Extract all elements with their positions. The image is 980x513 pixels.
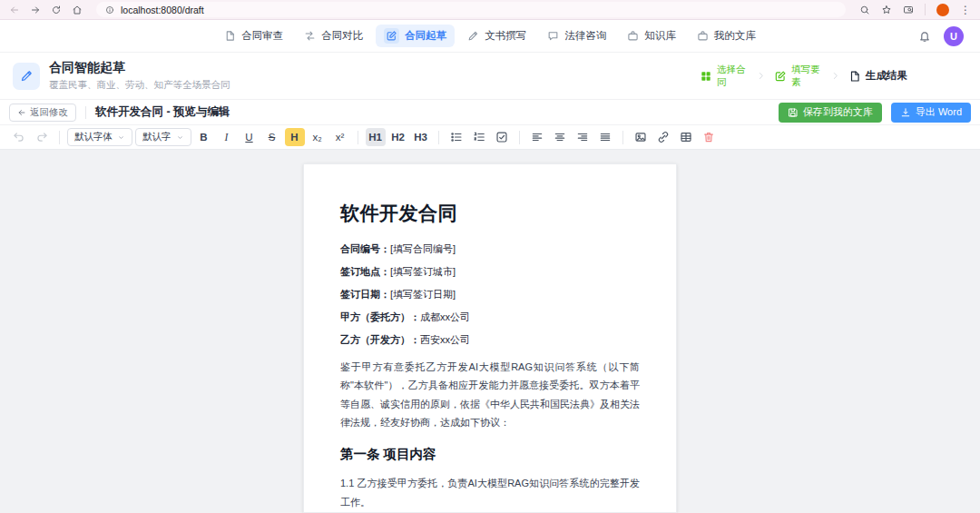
align-center-icon bbox=[554, 131, 566, 143]
contract-party-a: 甲方（委托方）：成都xx公司 bbox=[340, 311, 640, 324]
tab-document-writing[interactable]: 文书撰写 bbox=[459, 25, 534, 47]
tab-knowledge-base[interactable]: 知识库 bbox=[619, 25, 684, 47]
tab-label: 我的文库 bbox=[714, 29, 756, 43]
browser-menu-icon[interactable]: ⋮ bbox=[960, 5, 971, 15]
contract-meta-date: 签订日期：[填写签订日期] bbox=[340, 288, 640, 301]
browser-forward-icon[interactable] bbox=[30, 5, 41, 15]
heading2-button[interactable]: H2 bbox=[388, 128, 408, 146]
superscript-button[interactable]: x² bbox=[330, 128, 350, 146]
align-right-button[interactable] bbox=[573, 128, 593, 146]
tab-label: 合同对比 bbox=[321, 29, 363, 43]
chevron-right-icon bbox=[830, 71, 840, 81]
page-subtitle: 覆盖民事、商业、劳动、知产等全场景合同 bbox=[49, 79, 230, 92]
undo-icon bbox=[13, 131, 25, 143]
step-label: 生成结果 bbox=[866, 69, 907, 82]
delete-button[interactable] bbox=[699, 128, 719, 146]
bold-button[interactable]: B bbox=[194, 128, 214, 146]
insert-image-button[interactable] bbox=[631, 128, 651, 146]
address-bar[interactable]: localhost:8080/draft bbox=[96, 2, 846, 17]
italic-button[interactable]: I bbox=[217, 128, 237, 146]
tab-contract-draft[interactable]: 合同起草 bbox=[376, 25, 455, 47]
document-page[interactable]: 软件开发合同 合同编号：[填写合同编号] 签订地点：[填写签订城市] 签订日期：… bbox=[303, 163, 677, 513]
step-select-contract[interactable]: 选择合同 bbox=[700, 64, 748, 87]
meta-label: 签订日期： bbox=[340, 289, 390, 300]
tab-search-icon[interactable] bbox=[903, 5, 914, 15]
align-right-icon bbox=[576, 131, 589, 143]
chat-icon bbox=[547, 30, 559, 42]
heading1-button[interactable]: H1 bbox=[366, 128, 386, 146]
export-word-button[interactable]: 导出 Word bbox=[891, 103, 971, 123]
step-generate-result[interactable]: 生成结果 bbox=[848, 69, 907, 82]
meta-value: 成都xx公司 bbox=[420, 311, 470, 322]
section-heading: 第一条 项目内容 bbox=[340, 446, 640, 463]
save-icon bbox=[788, 107, 799, 118]
meta-label: 签订地点： bbox=[340, 266, 390, 277]
tab-label: 法律咨询 bbox=[564, 29, 606, 43]
tab-contract-review[interactable]: 合同审查 bbox=[216, 25, 291, 47]
chevron-down-icon bbox=[117, 133, 125, 142]
font-family-select[interactable]: 默认字体 bbox=[67, 128, 132, 146]
underline-button[interactable]: U bbox=[240, 128, 260, 146]
task-list-icon bbox=[495, 131, 508, 143]
editor-canvas: 软件开发合同 合同编号：[填写合同编号] 签订地点：[填写签订城市] 签订日期：… bbox=[0, 150, 980, 513]
undo-button[interactable] bbox=[9, 128, 29, 146]
link-icon bbox=[657, 131, 670, 143]
browser-reload-icon[interactable] bbox=[51, 5, 62, 15]
bullet-list-button[interactable] bbox=[446, 128, 466, 146]
ordered-list-button[interactable] bbox=[469, 128, 489, 146]
site-info-icon[interactable] bbox=[105, 5, 114, 15]
back-to-edit-button[interactable]: 返回修改 bbox=[9, 104, 76, 122]
strikethrough-button[interactable]: S bbox=[262, 128, 282, 146]
bookmark-star-icon[interactable] bbox=[881, 5, 892, 15]
briefcase-icon bbox=[697, 30, 709, 42]
heading3-button[interactable]: H3 bbox=[411, 128, 431, 146]
user-avatar[interactable]: U bbox=[944, 26, 964, 46]
editor-toolbar: 默认字体 默认字 B I U S H x₂ x² H1 H2 H3 bbox=[0, 125, 980, 150]
bell-icon[interactable] bbox=[918, 30, 931, 43]
zoom-icon[interactable] bbox=[859, 5, 870, 15]
align-justify-icon bbox=[599, 131, 612, 143]
contract-title: 软件开发合同 bbox=[340, 201, 640, 226]
meta-value: [填写签订日期] bbox=[390, 289, 456, 300]
pen-icon bbox=[467, 30, 479, 42]
pen-icon bbox=[20, 69, 34, 83]
edit-icon bbox=[774, 70, 787, 83]
align-left-icon bbox=[531, 131, 544, 143]
browser-back-icon[interactable] bbox=[9, 5, 20, 15]
step-label: 填写要素 bbox=[791, 64, 822, 87]
divider bbox=[519, 131, 520, 144]
arrow-left-icon bbox=[17, 108, 26, 117]
browser-profile-avatar[interactable] bbox=[936, 4, 949, 16]
subscript-button[interactable]: x₂ bbox=[308, 128, 328, 146]
step-fill-elements[interactable]: 填写要素 bbox=[774, 64, 822, 87]
trash-icon bbox=[702, 131, 715, 143]
tab-legal-consult[interactable]: 法律咨询 bbox=[539, 25, 614, 47]
align-left-button[interactable] bbox=[527, 128, 547, 146]
meta-value: 西安xx公司 bbox=[420, 334, 470, 345]
contract-party-b: 乙方（开发方）：西安xx公司 bbox=[340, 333, 640, 347]
meta-value: [填写签订城市] bbox=[390, 266, 456, 277]
export-button-label: 导出 Word bbox=[916, 105, 962, 119]
ordered-list-icon bbox=[473, 131, 485, 143]
divider bbox=[358, 131, 358, 144]
back-button-label: 返回修改 bbox=[30, 106, 68, 119]
insert-table-button[interactable] bbox=[676, 128, 696, 146]
highlight-button[interactable]: H bbox=[285, 128, 305, 146]
chevron-right-icon bbox=[756, 71, 766, 81]
tab-my-library[interactable]: 我的文库 bbox=[689, 25, 764, 47]
action-bar: 返回修改 软件开发合同 - 预览与编辑 保存到我的文库 导出 Word bbox=[0, 100, 980, 125]
align-justify-button[interactable] bbox=[595, 128, 615, 146]
meta-value: [填写合同编号] bbox=[390, 243, 456, 254]
align-center-button[interactable] bbox=[550, 128, 570, 146]
browser-home-icon[interactable] bbox=[72, 5, 83, 15]
font-size-select[interactable]: 默认字 bbox=[135, 128, 191, 146]
divider bbox=[85, 106, 86, 119]
briefcase-icon bbox=[627, 30, 639, 42]
contract-preamble: 鉴于甲方有意委托乙方开发AI大模型RAG知识问答系统（以下简称"本软件"），乙方… bbox=[340, 358, 640, 431]
save-to-library-button[interactable]: 保存到我的文库 bbox=[779, 103, 882, 123]
tab-contract-compare[interactable]: 合同对比 bbox=[296, 25, 371, 47]
redo-button[interactable] bbox=[32, 128, 52, 146]
document-title-label: 软件开发合同 - 预览与编辑 bbox=[95, 104, 230, 120]
insert-link-button[interactable] bbox=[653, 128, 673, 146]
task-list-button[interactable] bbox=[492, 128, 512, 146]
